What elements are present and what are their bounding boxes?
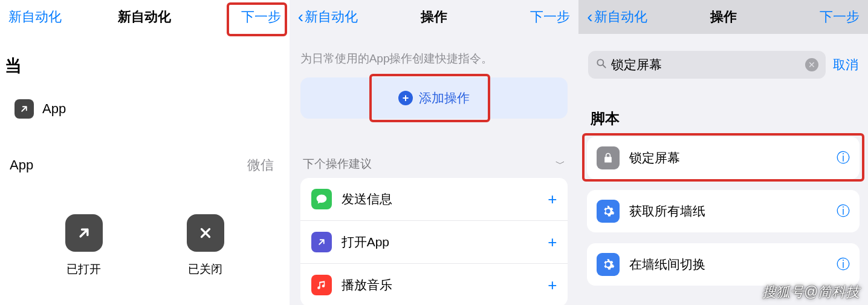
card-label: 在墙纸间切换	[629, 256, 837, 273]
add-icon[interactable]: +	[548, 233, 557, 252]
when-header: 当	[5, 34, 285, 90]
suggestions-header: 下个操作建议	[303, 156, 372, 172]
closed-label: 已关闭	[188, 261, 222, 277]
chevron-left-icon: ‹	[298, 7, 303, 27]
opened-button[interactable]: 已打开	[65, 214, 103, 277]
nav-back-1[interactable]: 新自动化	[8, 8, 62, 26]
opened-label: 已打开	[66, 261, 101, 277]
info-icon[interactable]: ⓘ	[837, 149, 850, 167]
nav-next-button-3[interactable]: 下一步	[820, 8, 860, 26]
info-icon[interactable]: ⓘ	[837, 255, 850, 274]
result-card-get-wallpapers[interactable]: 获取所有墙纸 ⓘ	[587, 190, 860, 232]
gear-icon	[597, 200, 620, 223]
list-item-label: 播放音乐	[342, 277, 548, 294]
nav-next-button-2[interactable]: 下一步	[530, 8, 570, 26]
nav-title-3: 操作	[710, 8, 737, 26]
card-label: 锁定屏幕	[629, 149, 837, 166]
search-field[interactable]: ✕	[588, 51, 826, 79]
add-icon[interactable]: +	[548, 276, 557, 295]
result-card-lock-screen[interactable]: 锁定屏幕 ⓘ	[587, 137, 860, 179]
gear-icon	[597, 253, 620, 276]
arrow-up-right-icon	[65, 214, 103, 252]
clear-icon[interactable]: ✕	[805, 58, 818, 71]
list-item-label: 打开App	[342, 234, 548, 251]
open-app-icon	[311, 232, 332, 252]
navbar-1: 新自动化 新自动化 下一步	[0, 0, 290, 34]
suggestions-list: 发送信息 + 打开App + 播放音乐 +	[300, 178, 568, 305]
music-icon	[311, 275, 332, 295]
pane-middle: ‹新自动化 操作 下一步 为日常使用的App操作创建快捷指令。 + 添加操作 下…	[290, 0, 579, 305]
app-select-value: 微信	[247, 156, 274, 174]
app-row[interactable]: App	[5, 90, 285, 128]
pane-left: 新自动化 新自动化 下一步 当 App App 微信 已打开	[0, 0, 290, 305]
search-icon	[595, 57, 607, 73]
app-select-key: App	[10, 157, 33, 173]
add-action-button[interactable]: + 添加操作	[300, 77, 568, 119]
navbar-3: ‹新自动化 操作 下一步	[578, 0, 868, 34]
closed-button[interactable]: 已关闭	[187, 214, 224, 277]
nav-title-2: 操作	[421, 8, 447, 26]
list-item[interactable]: 打开App +	[300, 221, 568, 264]
plus-circle-icon: +	[398, 91, 413, 105]
list-item-label: 发送信息	[342, 191, 548, 208]
app-open-icon	[15, 99, 34, 119]
list-item[interactable]: 播放音乐 +	[300, 264, 568, 305]
subtitle: 为日常使用的App操作创建快捷指令。	[290, 34, 579, 77]
list-item[interactable]: 发送信息 +	[300, 178, 568, 221]
add-icon[interactable]: +	[548, 190, 557, 209]
info-icon[interactable]: ⓘ	[837, 202, 850, 220]
pane-right: ‹新自动化 操作 下一步 ✕ 取消 脚本 锁定屏幕 ⓘ 获取所有墙纸 ⓘ	[578, 0, 868, 305]
nav-back-2[interactable]: ‹新自动化	[298, 7, 358, 27]
lock-icon	[597, 146, 620, 169]
cancel-button[interactable]: 取消	[833, 56, 858, 73]
navbar-2: ‹新自动化 操作 下一步	[290, 0, 579, 34]
result-card-switch-wallpaper[interactable]: 在墙纸间切换 ⓘ	[587, 243, 860, 286]
search-input[interactable]	[611, 57, 805, 72]
message-icon	[311, 189, 332, 209]
card-label: 获取所有墙纸	[629, 203, 837, 220]
close-x-icon	[187, 214, 224, 252]
nav-next-button-1[interactable]: 下一步	[241, 8, 281, 26]
suggestions-header-row[interactable]: 下个操作建议 ﹀	[290, 156, 579, 172]
chevron-left-icon: ‹	[587, 7, 592, 27]
nav-title-1: 新自动化	[118, 8, 171, 26]
nav-back-3[interactable]: ‹新自动化	[587, 7, 647, 27]
scripts-header: 脚本	[578, 79, 868, 137]
watermark: 搜狐号@简科技	[762, 283, 860, 301]
app-select-row[interactable]: App 微信	[5, 146, 285, 184]
chevron-down-icon: ﹀	[555, 158, 565, 171]
search-row: ✕ 取消	[578, 34, 868, 79]
app-row-label: App	[42, 101, 66, 117]
add-action-label: 添加操作	[419, 90, 470, 107]
